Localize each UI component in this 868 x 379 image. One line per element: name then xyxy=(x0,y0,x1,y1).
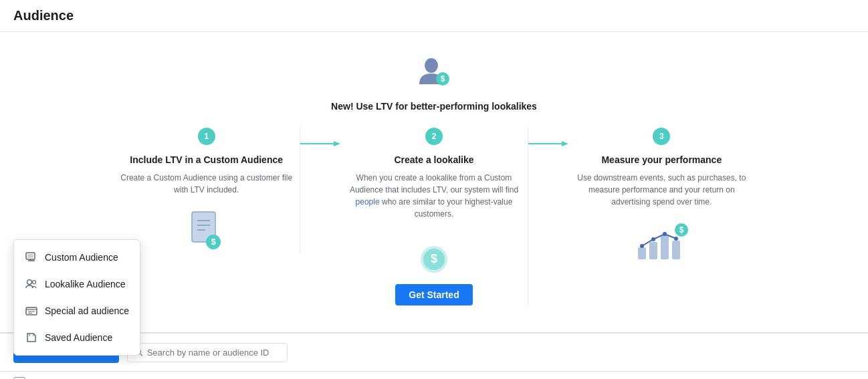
search-box xyxy=(127,343,288,362)
saved-audience-icon xyxy=(25,331,38,344)
arrow-1 xyxy=(300,128,340,150)
page-wrapper: Audience $ New! Use LTV for better-perfo… xyxy=(0,0,868,379)
file-dollar-icon: $ xyxy=(187,209,227,252)
step-3-number: 3 xyxy=(653,128,670,145)
svg-rect-19 xyxy=(661,235,669,259)
step-2-title: Create a lookalike xyxy=(347,154,520,165)
svg-marker-16 xyxy=(562,141,568,146)
step-2-number: 2 xyxy=(425,128,443,145)
promo-title: New! Use LTV for better-performing looka… xyxy=(13,101,855,112)
dropdown-item-saved-audience[interactable]: Saved Audience xyxy=(14,324,140,351)
step-1-desc: Create a Custom Audience using a custome… xyxy=(120,172,293,196)
get-started-button[interactable]: Get Started xyxy=(395,284,472,305)
step-3-desc: Use downstream events, such as purchases… xyxy=(575,172,748,208)
chart-dollar-icon: $ xyxy=(631,221,691,264)
person-dollar-icon: $ xyxy=(414,52,454,92)
svg-rect-18 xyxy=(649,242,657,259)
special-ad-icon xyxy=(25,304,38,318)
table-header: Name Availability xyxy=(0,371,868,379)
main-content: $ New! Use LTV for better-performing loo… xyxy=(0,32,868,379)
search-input[interactable] xyxy=(147,348,280,358)
svg-marker-11 xyxy=(334,141,340,146)
step-3: 3 Measure your performance Use downstrea… xyxy=(568,128,755,265)
svg-line-43 xyxy=(140,354,142,356)
dropdown-menu: Custom Audience Lookalike Audience xyxy=(13,239,140,356)
dropdown-item-special-ad-audience[interactable]: Special ad audience xyxy=(14,297,140,324)
step-3-title: Measure your performance xyxy=(575,154,748,165)
lookalike-audience-icon xyxy=(25,277,38,291)
bottom-section: Custom Audience Lookalike Audience xyxy=(0,333,868,379)
svg-point-0 xyxy=(425,58,438,73)
dropdown-label-custom-audience: Custom Audience xyxy=(45,252,118,263)
page-title: Audience xyxy=(13,8,855,23)
steps-container: 1 Include LTV in a Custom Audience Creat… xyxy=(113,128,755,305)
svg-point-24 xyxy=(674,237,678,241)
svg-text:$: $ xyxy=(441,74,445,84)
svg-point-22 xyxy=(651,237,655,241)
arrow-1-icon xyxy=(300,137,340,150)
step-3-illustration: $ xyxy=(575,219,748,265)
page-header: Audience xyxy=(0,0,868,32)
arrow-2 xyxy=(528,128,568,150)
svg-rect-17 xyxy=(638,247,646,259)
step-1-illustration: $ xyxy=(120,207,293,253)
dollar-circle-icon: $ xyxy=(417,233,451,276)
arrow-2-icon xyxy=(528,137,568,150)
svg-text:$: $ xyxy=(431,252,437,265)
svg-point-23 xyxy=(663,232,667,236)
svg-point-21 xyxy=(640,244,644,248)
step-2: 2 Create a lookalike When you create a l… xyxy=(340,128,528,305)
dropdown-label-special-ad-audience: Special ad audience xyxy=(45,305,129,316)
dropdown-item-custom-audience[interactable]: Custom Audience xyxy=(14,244,140,271)
step-1: 1 Include LTV in a Custom Audience Creat… xyxy=(113,128,300,253)
svg-point-32 xyxy=(33,281,36,284)
dropdown-item-lookalike-audience[interactable]: Lookalike Audience xyxy=(14,271,140,297)
dropdown-label-lookalike-audience: Lookalike Audience xyxy=(45,279,126,289)
svg-rect-20 xyxy=(672,241,680,259)
svg-point-31 xyxy=(27,280,32,285)
promo-icon: $ xyxy=(13,52,855,94)
step-1-title: Include LTV in a Custom Audience xyxy=(120,154,293,165)
step-2-desc: When you create a lookalike from a Custo… xyxy=(347,172,520,220)
svg-text:$: $ xyxy=(211,237,216,247)
step-2-illustration: $ xyxy=(347,231,520,277)
custom-audience-icon xyxy=(25,251,38,264)
svg-text:$: $ xyxy=(679,225,684,235)
highlight-word: people xyxy=(356,197,380,207)
svg-rect-28 xyxy=(27,254,33,258)
step-1-number: 1 xyxy=(198,128,215,145)
dropdown-label-saved-audience: Saved Audience xyxy=(45,332,112,343)
